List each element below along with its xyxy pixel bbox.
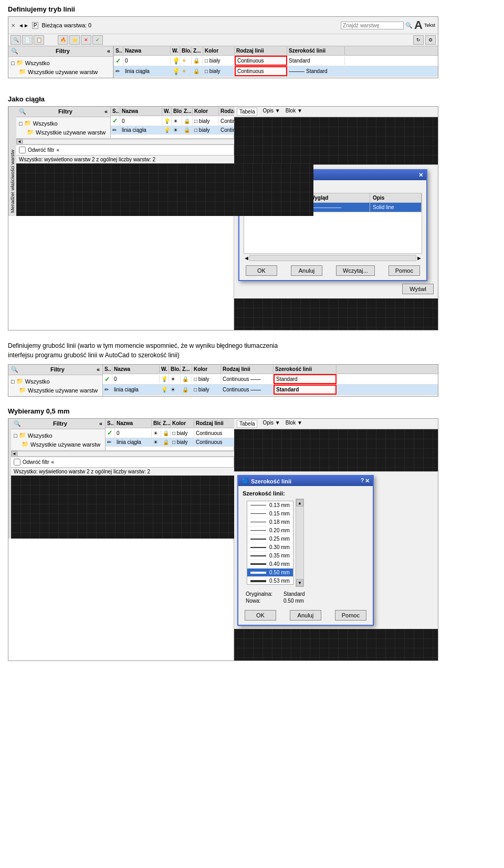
cell-rodzaj-2[interactable]: Continuous [235,66,287,76]
dialog-close-btn[interactable]: ✕ [418,172,423,179]
sz-ok-btn[interactable]: OK [245,610,276,621]
sz-size: 0.30 mm [269,544,290,550]
table-row[interactable]: ✏ linia ciągła 💡 ☀ 🔒 □ biały Continuous … [103,385,438,395]
dialog-scroll-left[interactable]: ◄ [244,255,249,261]
list-item[interactable]: 0.13 mm [247,501,293,510]
list-item[interactable]: 0.40 mm [247,560,293,569]
section1-sidebar-header: 🔍 Filtry « [8,46,113,57]
dialog-scrollbar[interactable] [249,255,416,261]
s4-collapse-btn[interactable]: « [51,459,55,465]
toolbar-btn-fire[interactable]: 🔥 [58,35,68,45]
s4-right: Tabela Opis ▼ Blok ▼ 🔵 Szerokość linii [234,419,438,660]
s3-r1-z: 🔒 [181,375,192,383]
s2-top-blok[interactable]: Blok ▼ [286,108,302,116]
list-item[interactable]: 0.30 mm [247,543,293,552]
s4-top-opis[interactable]: Opis ▼ [262,420,280,428]
sz-oryg-label: Oryginalna: [246,591,282,597]
toolbar-btn-check[interactable]: ✓ [92,35,103,45]
sz-line-icon [250,513,266,514]
s4-odwroc-label: Odwróć filtr [23,459,49,465]
toolbar-btn-new[interactable]: 📄 [22,35,33,45]
s4-scroll-left[interactable]: ◄ [11,451,17,457]
cell-z-1: 🔒 [192,57,203,65]
s2-tree-all: □ 📁 Wszystko [19,119,108,128]
toolbar-btn-delete[interactable]: ✕ [81,35,91,45]
s4-top-blok[interactable]: Blok ▼ [286,420,302,428]
toolbar-btn-settings[interactable]: ⚙ [425,35,436,45]
dialog-cell-wyglad: —————— [307,203,370,212]
table-row[interactable]: ✏ linia ciągła 💡 ☀ 🔒 □ biały Continuous … [114,66,438,77]
s3-tree-used: 📁 Wszystkie używane warstw [11,386,100,395]
s3-used-label[interactable]: Wszystkie używane warstw [28,387,98,394]
sz-pomoc-btn[interactable]: Pomoc [335,610,366,621]
s2-col-blo: Blo... [172,107,182,115]
list-item[interactable]: 0.18 mm [247,518,293,526]
table-row[interactable]: ✓ 0 💡 ☀ 🔒 □ biały Continuous Standard [103,374,438,385]
section1-col-headers: S.. Nazwa W. Blo... Z... Kolor Rodzaj li… [114,46,438,56]
sz-anuluj-btn[interactable]: Anuluj [290,610,321,621]
s3-collapse[interactable]: « [97,366,100,373]
sz-title-icon: 🔵 [242,478,249,484]
table-row[interactable]: ✓ 0 💡 ☀ 🔒 □ biały Continuous Standard [114,56,438,66]
dialog-ok-btn[interactable]: OK [246,265,277,276]
dialog-pomoc-btn[interactable]: Pomoc [388,265,420,276]
s2-all-label[interactable]: Wszystko [33,120,58,127]
toolbar-btn-star[interactable]: ⭐ [69,35,80,45]
s4-used-label[interactable]: Wszystkie używane warstw [30,441,100,448]
cell-z-2: 🔒 [192,67,203,75]
s2-collapse-icon[interactable]: « [104,108,108,115]
toolbar-btn-refresh[interactable]: ↻ [413,35,424,45]
odwroc-checkbox[interactable] [19,147,26,153]
s4-odwroc-check[interactable] [14,459,20,466]
s2-filter-icon: 🔍 [19,108,26,115]
section1-sidebar-tree: □ 📁 Wszystko 📁 Wszystkie używane warstw [8,57,113,78]
sz-scroll-down-btn[interactable]: ▼ [296,579,303,586]
s4-collapse[interactable]: « [99,420,102,427]
tree-folder2-icon: 📁 [19,68,26,75]
s3-all-label[interactable]: Wszystko [25,378,50,385]
toolbar-btn-copy[interactable]: 📋 [34,35,44,45]
sz-size: 0.13 mm [269,502,290,508]
s4-r1-blo: ☀ [152,429,161,437]
s3-r2-sz[interactable]: Standard [274,385,337,395]
section1-icon-p: P [32,22,39,29]
s4-vert-tab [8,419,11,539]
cell-rodzaj-1[interactable]: Continuous [235,56,287,66]
s3-r1-sz[interactable]: Standard [274,374,337,384]
toolbar-btn-filter[interactable]: 🔍 [10,35,21,45]
list-item[interactable]: 0.35 mm [247,552,293,560]
s3-r2-blo: ☀ [169,386,181,394]
section1-title: Definiujemy tryb linii [8,5,496,13]
s2-col-name: Nazwa [120,107,162,115]
list-item[interactable]: 0.25 mm [247,535,293,543]
sz-help-btn[interactable]: ? [361,478,364,484]
sz-size: 0.50 mm [269,570,290,575]
s4-cad-top [234,429,438,471]
sz-scrollbar: ▲ ▼ [296,499,304,587]
dialog-scroll-right[interactable]: ► [416,255,422,261]
dialog-wczytaj-btn[interactable]: Wczytaj... [336,265,375,276]
s4-r1-kolor: □ biały [171,429,194,437]
list-item[interactable]: 0.53 mm [247,577,293,585]
s2-collapse-btn[interactable]: « [57,147,60,153]
sidebar-collapse-icon[interactable]: « [107,48,110,55]
list-item[interactable]: 0.20 mm [247,526,293,535]
sz-scroll-up-btn[interactable]: ▲ [296,499,303,507]
tree-item-all-label[interactable]: Wszystko [25,60,50,66]
list-item[interactable]: 0.15 mm [247,510,293,518]
s3-r2-name: linia ciągła [112,386,160,394]
section1-search-input[interactable] [341,22,404,29]
list-item[interactable]: 0.50 mm [247,569,293,577]
sz-line-icon [250,555,266,556]
wysw-btn[interactable]: Wyśwl [402,284,434,294]
s2-used-label[interactable]: Wszystkie używane warstw [36,129,106,136]
dialog-anuluj-btn[interactable]: Anuluj [291,265,322,276]
sz-close-btn[interactable]: ✕ [365,478,370,484]
tree-item-used-label[interactable]: Wszystkie używane warstw [28,69,98,75]
s4-all-label[interactable]: Wszystko [28,432,52,439]
s4-top-tabela: Tabela [237,420,257,428]
s2-top-opis[interactable]: Opis ▼ [262,108,280,116]
s4-r2-kolor: □ biały [171,438,194,446]
sidebar-filter-icon: 🔍 [11,48,18,55]
scroll-left-btn[interactable]: ◄ [16,139,23,145]
